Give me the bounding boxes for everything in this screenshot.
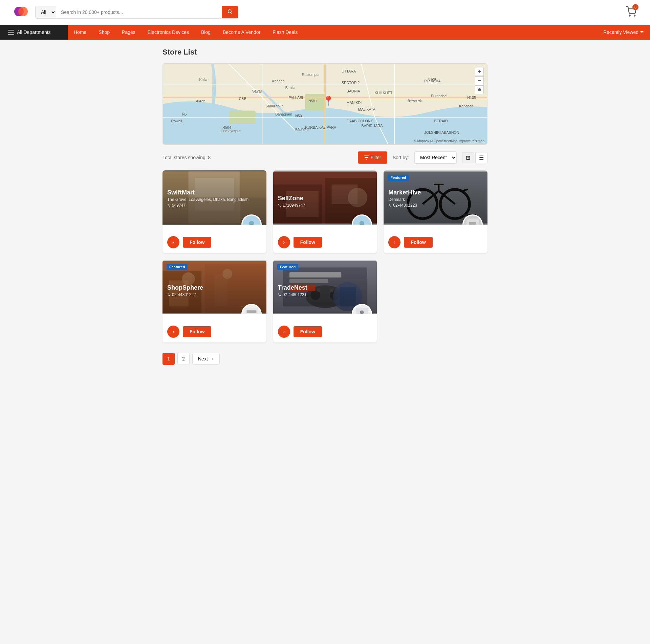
- svg-text:UTTARA: UTTARA: [342, 69, 356, 73]
- svg-text:C&B: C&B: [239, 97, 246, 101]
- svg-text:BARIDHARA: BARIDHARA: [362, 124, 383, 128]
- map-credit: © Mapbox © OpenStreetMap Improve this ma…: [414, 139, 484, 143]
- svg-text:📍: 📍: [323, 95, 334, 106]
- store-card-header-tradenest: Featured TradeNest 02-44801221: [273, 260, 377, 314]
- follow-btn-markethive[interactable]: Follow: [404, 237, 432, 248]
- svg-text:Savar: Savar: [252, 89, 262, 93]
- store-arrow-btn-markethive[interactable]: ›: [388, 236, 400, 248]
- filter-button[interactable]: Filter: [358, 151, 387, 164]
- store-toolbar: Total stores showing: 8 Filter Sort by: …: [162, 151, 488, 164]
- svg-rect-8: [8, 34, 14, 35]
- follow-btn-tradenest[interactable]: Follow: [294, 326, 322, 337]
- svg-text:BERAID: BERAID: [434, 119, 448, 123]
- svg-text:MANIKDI: MANIKDI: [347, 101, 362, 105]
- zoom-reset-btn[interactable]: ⊕: [475, 85, 484, 94]
- svg-rect-79: [469, 222, 476, 225]
- main-nav: All Departments Home Shop Pages Electron…: [0, 25, 650, 40]
- store-arrow-btn-sellzone[interactable]: ›: [278, 236, 290, 248]
- svg-point-67: [360, 221, 364, 225]
- svg-text:KHILKHET: KHILKHET: [375, 91, 393, 95]
- featured-badge-tradenest: Featured: [277, 264, 298, 270]
- main-content: Store List: [156, 40, 494, 373]
- header: All 0: [0, 0, 650, 25]
- cart-icon[interactable]: 0: [626, 6, 636, 18]
- follow-btn-swiftmart[interactable]: Follow: [183, 237, 211, 248]
- store-name-tradenest: TradeNest: [278, 284, 372, 291]
- search-category-select[interactable]: All: [36, 6, 56, 18]
- store-phone-tradenest: 02-44801221: [278, 292, 372, 297]
- all-departments-label: All Departments: [17, 29, 51, 35]
- logo[interactable]: [14, 4, 28, 20]
- svg-text:Akran: Akran: [196, 99, 205, 103]
- store-card-tradenest: Featured TradeNest 02-44801221: [273, 260, 377, 342]
- store-name-sellzone: SellZone: [278, 195, 372, 202]
- next-page-btn[interactable]: Next →: [192, 353, 220, 365]
- search-input[interactable]: [56, 6, 222, 18]
- store-grid: SwiftMart The Grove, Los Angeles, Dhaka,…: [162, 170, 488, 342]
- map-svg: Savar Kulla Rustompur UTTARA SECTOR 2 PO…: [163, 64, 487, 144]
- svg-line-3: [231, 13, 232, 14]
- store-name-shopsphere: ShopSphere: [167, 284, 262, 291]
- grid-view-btn[interactable]: ⊞: [462, 152, 474, 163]
- nav-pages[interactable]: Pages: [116, 25, 142, 40]
- nav-become-vendor[interactable]: Become A Vendor: [217, 25, 266, 40]
- svg-text:BAUNIA: BAUNIA: [347, 89, 361, 93]
- svg-text:PALLABI: PALLABI: [288, 96, 303, 100]
- featured-badge-shopsphere: Featured: [167, 264, 188, 270]
- sort-label: Sort by:: [393, 155, 409, 160]
- svg-text:MAJIKATA: MAJIKATA: [358, 107, 376, 111]
- sort-select[interactable]: Most Recent: [414, 151, 457, 164]
- page-btn-1[interactable]: 1: [162, 353, 175, 365]
- map-container[interactable]: Savar Kulla Rustompur UTTARA SECTOR 2 PO…: [162, 63, 488, 145]
- svg-text:N501: N501: [308, 99, 317, 103]
- svg-text:N105: N105: [467, 96, 476, 100]
- nav-electronics[interactable]: Electronics Devices: [142, 25, 195, 40]
- svg-text:N501: N501: [295, 114, 304, 118]
- svg-rect-6: [8, 30, 14, 30]
- page-title: Store List: [162, 48, 488, 57]
- search-button[interactable]: [222, 6, 238, 18]
- follow-btn-shopsphere[interactable]: Follow: [183, 326, 211, 337]
- all-departments-btn[interactable]: All Departments: [0, 25, 68, 40]
- svg-text:Rowail: Rowail: [171, 119, 182, 123]
- store-card-footer-swiftmart: › Follow: [162, 231, 266, 253]
- zoom-in-btn[interactable]: +: [475, 67, 484, 76]
- svg-text:R504: R504: [222, 125, 231, 129]
- store-arrow-btn-tradenest[interactable]: ›: [278, 326, 290, 338]
- store-name-swiftmart: SwiftMart: [167, 189, 262, 196]
- page-btn-2[interactable]: 2: [177, 353, 190, 365]
- svg-point-2: [228, 10, 231, 13]
- nav-home[interactable]: Home: [68, 25, 92, 40]
- svg-point-59: [249, 221, 254, 225]
- svg-text:Khagan: Khagan: [272, 79, 285, 83]
- svg-rect-60: [250, 224, 253, 225]
- svg-text:PURBA KAZIPARA: PURBA KAZIPARA: [305, 125, 337, 129]
- nav-blog[interactable]: Blog: [195, 25, 217, 40]
- store-card-shopsphere: Featured ShopSphere 02-44801222: [162, 260, 266, 342]
- store-card-header-sellzone: SellZone 1710949747: [273, 170, 377, 225]
- store-card-header-shopsphere: Featured ShopSphere 02-44801222: [162, 260, 266, 314]
- store-phone-swiftmart: 949747: [167, 203, 262, 208]
- svg-text:Sadullapur: Sadullapur: [265, 104, 283, 108]
- svg-text:GAAB COLONY: GAAB COLONY: [347, 119, 373, 123]
- pagination: 1 2 Next →: [162, 353, 488, 365]
- svg-point-1: [18, 7, 28, 16]
- recently-viewed-btn[interactable]: Recently Viewed: [597, 25, 650, 40]
- nav-shop[interactable]: Shop: [92, 25, 116, 40]
- map-controls: + − ⊕: [475, 67, 484, 94]
- store-address-markethive: Denmark: [388, 197, 483, 202]
- svg-text:Banagram: Banagram: [275, 112, 292, 116]
- zoom-out-btn[interactable]: −: [475, 76, 484, 85]
- svg-text:Birulia: Birulia: [285, 86, 296, 90]
- follow-btn-sellzone[interactable]: Follow: [294, 237, 322, 248]
- store-count: Total stores showing: 8: [162, 155, 352, 160]
- store-phone-markethive: 02-44801223: [388, 203, 483, 208]
- store-phone-sellzone: 1710949747: [278, 203, 372, 208]
- store-arrow-btn-swiftmart[interactable]: ›: [167, 236, 179, 248]
- store-card-swiftmart: SwiftMart The Grove, Los Angeles, Dhaka,…: [162, 170, 266, 253]
- store-arrow-btn-shopsphere[interactable]: ›: [167, 326, 179, 338]
- store-card-footer-tradenest: › Follow: [273, 321, 377, 342]
- list-view-btn[interactable]: ☰: [475, 152, 488, 163]
- nav-flash-deals[interactable]: Flash Deals: [266, 25, 304, 40]
- svg-rect-88: [246, 310, 256, 313]
